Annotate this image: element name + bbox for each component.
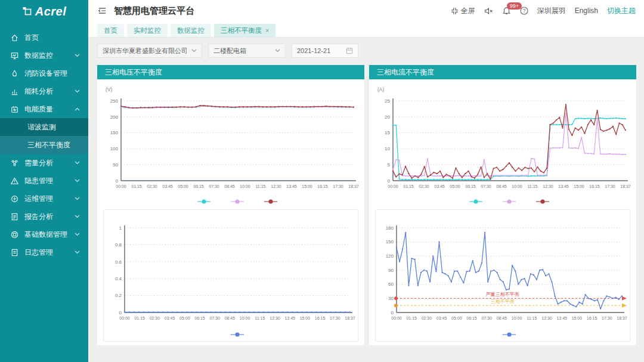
svg-text:15:00: 15:00 [574, 184, 584, 188]
legend-item[interactable] [503, 332, 516, 336]
sidebar-item-label: 基础数据管理 [24, 230, 67, 240]
svg-text:5: 5 [388, 162, 391, 168]
sidebar-item[interactable]: 隐患管理 [0, 172, 88, 190]
chevron-down-icon [75, 215, 80, 218]
fullscreen-icon [451, 7, 459, 15]
svg-text:15:00: 15:00 [300, 316, 311, 320]
tab-active[interactable]: 三相不平衡度× [214, 24, 275, 37]
sidebar-subitem[interactable]: 三相不平衡度 [0, 136, 88, 154]
svg-text:06:15: 06:15 [466, 316, 477, 320]
tab-close-icon[interactable]: × [265, 24, 269, 37]
svg-text:0.4: 0.4 [115, 276, 122, 281]
base-data-icon [10, 230, 19, 239]
tab-item[interactable]: 首页 [97, 24, 124, 37]
logo-text: Acrel [35, 5, 67, 18]
svg-text:(V): (V) [106, 86, 113, 92]
svg-text:06:15: 06:15 [194, 316, 205, 320]
svg-text:150: 150 [110, 130, 119, 135]
svg-text:00:00: 00:00 [391, 316, 402, 320]
svg-text:60: 60 [388, 281, 394, 287]
theme-toggle[interactable]: 切换主题 [607, 6, 636, 16]
legend-item[interactable] [231, 199, 244, 203]
svg-text:150: 150 [386, 239, 394, 245]
date-picker[interactable]: 2021-12-21 [292, 44, 358, 58]
svg-text:05:00: 05:00 [179, 316, 190, 320]
svg-text:0: 0 [388, 178, 391, 184]
sidebar-item[interactable]: 能耗分析 [0, 82, 88, 100]
svg-text:25: 25 [385, 98, 390, 104]
legend-item[interactable] [264, 199, 277, 203]
company-select[interactable]: 深圳市华夏君盛影业有限公司... [97, 44, 202, 58]
sidebar-item-label: 电能质量 [24, 104, 53, 115]
svg-text:11:15: 11:15 [256, 184, 266, 188]
sidebar-item[interactable]: 首页 [0, 29, 88, 47]
chart-panels: 三相电压不平衡度 (V)05010015020025000:0001:1502:… [97, 65, 636, 345]
power-quality-icon [10, 105, 19, 114]
chevron-down-icon [75, 89, 80, 93]
svg-text:18:37: 18:37 [348, 184, 359, 188]
sidebar-menu: 首页数据监控消防设备管理能耗分析电能质量谐波监测三相不平衡度需量分析隐患管理运维… [0, 23, 88, 362]
svg-text:00:00: 00:00 [116, 184, 126, 188]
sidebar-item[interactable]: 基础数据管理 [0, 225, 88, 243]
sidebar-item[interactable]: 消防设备管理 [0, 64, 88, 82]
chevron-down-icon [75, 197, 80, 200]
menu-collapse-icon[interactable] [98, 7, 107, 15]
svg-text:?: ? [522, 8, 525, 14]
svg-text:0.2: 0.2 [115, 293, 122, 298]
sidebar-subitem[interactable]: 谐波监测 [0, 118, 88, 136]
language-toggle[interactable]: English [575, 7, 598, 15]
svg-text:10:00: 10:00 [512, 184, 522, 188]
legend-item[interactable] [503, 199, 516, 203]
report-analysis-icon [10, 212, 19, 221]
svg-text:16:15: 16:15 [587, 316, 597, 320]
chevron-down-icon [75, 179, 80, 182]
chevron-down-icon [187, 49, 197, 52]
svg-text:01:15: 01:15 [134, 316, 145, 320]
mute-button[interactable] [484, 7, 493, 15]
sidebar-item-label: 需量分析 [24, 158, 53, 168]
username[interactable]: 深圳晨羽 [537, 6, 566, 16]
device-select[interactable]: 二楼配电箱 [208, 44, 286, 58]
legend-item[interactable] [536, 199, 549, 203]
sidebar-item-label: 数据监控 [24, 51, 53, 61]
svg-text:12:30: 12:30 [541, 316, 552, 320]
sidebar-item[interactable]: 报告分析 [0, 208, 88, 225]
notifications-button[interactable]: 99+ [502, 7, 511, 16]
svg-text:0: 0 [119, 310, 122, 315]
svg-text:18:37: 18:37 [345, 316, 355, 320]
hazard-management-icon [10, 177, 19, 185]
header-actions: 全屏 99+ ? 深圳晨羽 English 切换主题 [451, 6, 636, 16]
svg-text:16:15: 16:15 [317, 184, 328, 188]
svg-text:11:15: 11:15 [528, 184, 538, 188]
sidebar-item-label: 能耗分析 [24, 86, 53, 97]
svg-text:01:15: 01:15 [406, 316, 417, 320]
sidebar-item[interactable]: 电能质量 [0, 100, 88, 118]
svg-text:0.8: 0.8 [115, 242, 122, 247]
svg-text:08:45: 08:45 [224, 184, 235, 188]
svg-text:20: 20 [385, 115, 390, 120]
current-unbalance-chart: (A)051015202500:0001:1502:3003:4505:0006… [373, 79, 633, 208]
svg-text:1: 1 [119, 225, 122, 231]
fullscreen-button[interactable]: 全屏 [451, 6, 475, 16]
legend-item[interactable] [197, 199, 210, 203]
svg-text:02:30: 02:30 [419, 184, 429, 188]
sidebar-item[interactable]: 运维管理 [0, 190, 88, 208]
svg-text:17:30: 17:30 [330, 316, 340, 320]
svg-text:06:15: 06:15 [193, 184, 204, 188]
svg-text:200: 200 [110, 115, 119, 120]
ops-management-icon [10, 194, 19, 203]
tab-item[interactable]: 实时监控 [127, 24, 168, 37]
main-area: 智慧用电管理云平台 全屏 99+ ? 深圳晨羽 English 切 [88, 0, 644, 362]
tab-item[interactable]: 数据监控 [171, 24, 211, 37]
panel-title: 三相电压不平衡度 [97, 65, 364, 79]
logo-mark-icon [22, 7, 32, 16]
legend-item[interactable] [231, 332, 244, 336]
svg-text:0.6: 0.6 [115, 259, 122, 265]
current-unbalance-degree-chart: 030609012015018000:0001:1502:3003:4505:0… [376, 210, 629, 341]
svg-text:07:30: 07:30 [481, 316, 492, 320]
legend-item[interactable] [469, 199, 482, 203]
sidebar-item[interactable]: 日志管理 [0, 243, 88, 261]
sidebar-item[interactable]: 数据监控 [0, 47, 88, 64]
sidebar-item[interactable]: 需量分析 [0, 154, 88, 172]
voltage-unbalance-panel: 三相电压不平衡度 (V)05010015020025000:0001:1502:… [97, 65, 364, 345]
